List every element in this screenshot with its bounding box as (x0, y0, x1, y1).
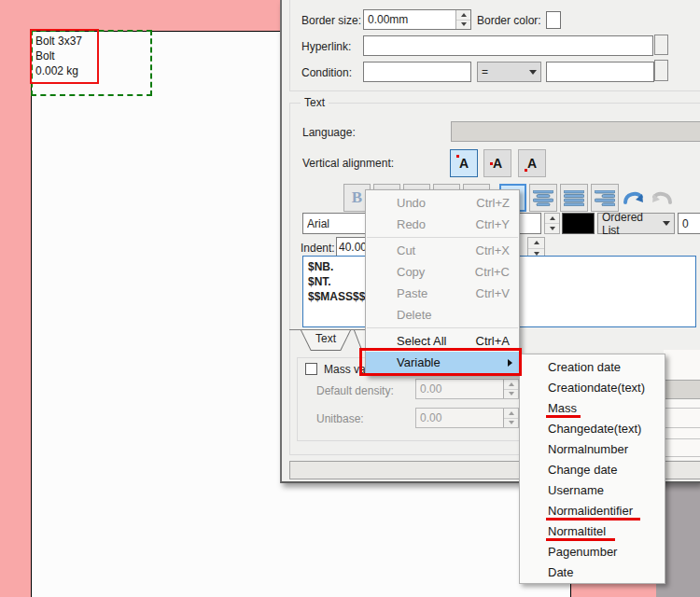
default-density-label: Default density: (316, 384, 394, 397)
border-color-swatch[interactable] (546, 11, 561, 29)
right-disabled-field (664, 380, 700, 399)
edit-context-menu: Undo Ctrl+Z Redo Ctrl+Y Cut Ctrl+X Copy … (365, 189, 520, 376)
submenu-item-changedate-text[interactable]: Changedate(text) (520, 418, 665, 438)
border-size-spinner[interactable] (455, 10, 470, 29)
right-field-line (664, 408, 700, 409)
indent-label: Indent: (301, 242, 335, 255)
menu-separator (367, 237, 518, 238)
submenu-item-pagenumber[interactable]: Pagenumber (520, 541, 665, 562)
list-style-value: Ordered List (602, 211, 659, 237)
tab-text[interactable]: Text (301, 330, 351, 351)
condition-right-input[interactable] (546, 62, 654, 82)
valign-glyph: A (459, 156, 469, 171)
language-input (451, 121, 700, 142)
align-center-button[interactable] (529, 184, 557, 212)
submenu-item-change-date[interactable]: Change date (520, 459, 665, 479)
condition-operator-value: = (482, 65, 488, 78)
submenu-item-username[interactable]: Username (520, 479, 665, 500)
submenu-item-creationdate-text[interactable]: Creationdate(text) (520, 377, 665, 397)
menu-item-delete[interactable]: Delete (366, 304, 519, 326)
gray-curved-arrow-icon (651, 189, 673, 207)
hyperlink-input[interactable] (363, 35, 653, 56)
bolt-label: Bolt 3x37 Bolt 0.002 kg (35, 34, 82, 78)
border-size-label: Border size: (301, 14, 361, 27)
right-field-line (664, 427, 700, 428)
menu-item-undo[interactable]: Undo Ctrl+Z (366, 192, 519, 214)
valign-bottom-dot-icon (525, 169, 527, 172)
condition-left-input[interactable] (363, 62, 471, 82)
submenu-item-mass[interactable]: Mass (520, 397, 665, 418)
align-justify-button[interactable] (560, 184, 588, 212)
right-field-line (664, 438, 700, 439)
menu-item-cut[interactable]: Cut Ctrl+X (366, 240, 519, 261)
chevron-down-icon (663, 221, 670, 226)
align-justify-icon (564, 190, 584, 206)
text-groupbox-title: Text (301, 96, 329, 109)
chevron-down-icon (529, 70, 537, 75)
bolt-label-line1: Bolt 3x37 (35, 34, 82, 49)
default-density-input: 0.00 (415, 379, 519, 399)
menu-item-select-all[interactable]: Select All Ctrl+A (366, 330, 519, 352)
submenu-arrow-icon (508, 359, 512, 367)
align-right-icon (595, 190, 615, 206)
dialog-right-panel (664, 350, 700, 460)
hyperlink-label: Hyperlink: (301, 40, 351, 53)
border-size-input[interactable]: 0.00mm (363, 9, 471, 30)
condition-operator-dropdown[interactable]: = (477, 62, 541, 82)
mass-variable-checkbox-label: Mass va (324, 363, 366, 376)
menu-separator (367, 327, 518, 328)
valign-top-button[interactable]: A (450, 149, 478, 177)
submenu-item-normaltitel[interactable]: Normaltitel (520, 521, 665, 541)
variable-submenu: Creation date Creationdate(text) Mass Ch… (519, 354, 665, 584)
submenu-item-normalnumber[interactable]: Normalnumber (520, 438, 665, 459)
bolt-label-line3: 0.002 kg (35, 63, 82, 78)
border-color-label: Border color: (477, 14, 541, 27)
rotate-button[interactable] (620, 184, 647, 212)
language-label: Language: (302, 126, 356, 139)
vertical-alignment-label: Vertical alignment: (302, 157, 394, 170)
hyperlink-extra-button[interactable] (654, 35, 668, 55)
list-start-input[interactable]: 0 (678, 213, 700, 234)
menu-item-redo[interactable]: Redo Ctrl+Y (366, 214, 519, 235)
bold-icon: B (352, 188, 362, 207)
font-color-swatch[interactable] (562, 213, 595, 234)
valign-top-dot-icon (456, 155, 459, 158)
spin-down-icon[interactable] (461, 22, 467, 26)
blue-curved-arrow-icon (623, 189, 645, 207)
bolt-label-line2: Bolt (35, 49, 82, 63)
condition-label: Condition: (301, 66, 352, 79)
right-field-line (664, 456, 700, 457)
border-size-value: 0.00mm (368, 13, 454, 26)
rotate-back-button-disabled[interactable] (648, 184, 675, 212)
submenu-item-creation-date[interactable]: Creation date (520, 356, 665, 377)
mass-variable-checkbox[interactable] (305, 363, 317, 375)
menu-item-copy[interactable]: Copy Ctrl+C (366, 261, 519, 283)
menu-item-paste[interactable]: Paste Ctrl+V (366, 283, 519, 304)
condition-extra-button[interactable] (654, 60, 668, 81)
valign-bottom-button[interactable]: A (518, 149, 546, 177)
list-style-dropdown[interactable]: Ordered List (597, 213, 675, 234)
valign-center-dot-icon (490, 162, 493, 165)
submenu-item-normalidentifier[interactable]: Normalidentifier (520, 500, 665, 521)
unitbase-label: Unitbase: (316, 412, 364, 425)
font-size-spinner[interactable] (544, 213, 560, 234)
menu-item-variable[interactable]: Variable (366, 352, 519, 373)
spin-up-icon[interactable] (461, 13, 467, 17)
unitbase-spinner (503, 409, 518, 427)
default-density-spinner (503, 380, 518, 398)
align-center-icon (533, 190, 553, 206)
unitbase-input: 0.00 (415, 408, 519, 428)
submenu-item-date[interactable]: Date (520, 562, 665, 582)
valign-center-button[interactable]: A (483, 149, 511, 177)
align-right-button[interactable] (591, 184, 619, 212)
